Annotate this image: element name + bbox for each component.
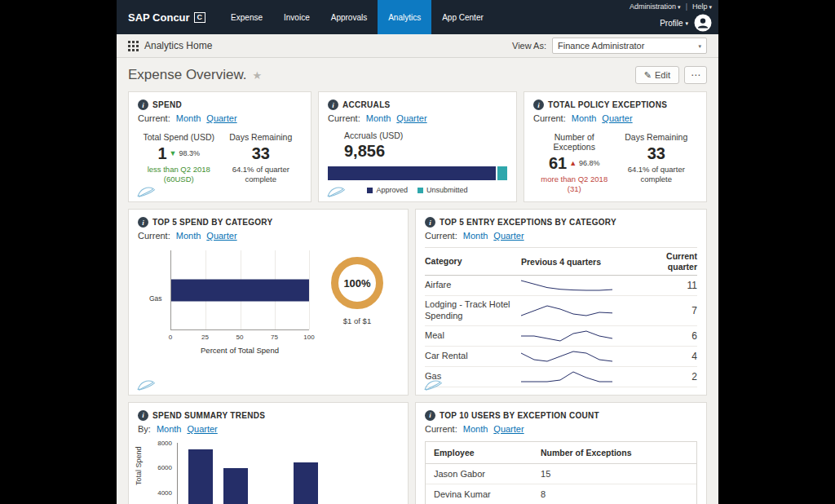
tab-app-center[interactable]: App Center: [431, 0, 494, 34]
current-label: Current:: [328, 113, 360, 123]
tick-label: 25: [201, 334, 209, 341]
quarter-toggle[interactable]: Quarter: [396, 113, 426, 123]
table-row: Gas 2: [425, 367, 697, 387]
info-icon[interactable]: i: [425, 217, 435, 228]
quarter-toggle[interactable]: Quarter: [602, 113, 632, 123]
donut-value: 100%: [343, 277, 370, 290]
period-toggle: Current:MonthQuarter: [138, 113, 302, 123]
tick-label: 8000: [157, 440, 172, 447]
column-header: Employee: [434, 448, 541, 458]
column-header: Category: [425, 256, 521, 267]
category-cell: Meal: [425, 330, 521, 342]
quarter-toggle[interactable]: Quarter: [187, 424, 217, 434]
card-title: TOP 5 ENTRY EXCEPTIONS BY CATEGORY: [440, 218, 616, 227]
info-icon[interactable]: i: [533, 99, 544, 110]
column-header: Current quarter: [655, 251, 697, 272]
tick-label: 75: [271, 334, 278, 341]
metric-label: Days Remaining: [223, 132, 299, 142]
subheader-left: Analytics Home: [128, 40, 212, 51]
brand-badge: C: [194, 12, 206, 23]
month-toggle[interactable]: Month: [157, 424, 182, 434]
info-icon[interactable]: i: [138, 410, 148, 421]
card-header: i ACCRUALS: [328, 99, 507, 110]
top5-spend-card: i TOP 5 SPEND BY CATEGORY Current:MonthQ…: [128, 209, 409, 396]
quarter-toggle[interactable]: Quarter: [493, 231, 524, 241]
employee-cell: Devina Kumar: [434, 489, 541, 499]
help-menu[interactable]: Help ▾: [692, 2, 712, 11]
info-icon[interactable]: i: [138, 217, 148, 228]
help-label: Help: [692, 2, 708, 11]
month-toggle[interactable]: Month: [463, 231, 488, 241]
legend-label: Unsubmitted: [426, 186, 468, 194]
current-label: Current:: [533, 113, 566, 123]
month-toggle[interactable]: Month: [463, 424, 488, 434]
legend-item: Unsubmitted: [418, 186, 468, 194]
table-row: Meal 6: [425, 326, 697, 347]
value-cell: 6: [655, 330, 697, 342]
month-toggle[interactable]: Month: [366, 113, 391, 123]
info-icon[interactable]: i: [328, 99, 338, 110]
sparkline: [521, 370, 612, 383]
quarter-toggle[interactable]: Quarter: [206, 113, 236, 123]
info-icon[interactable]: i: [138, 99, 148, 110]
month-toggle[interactable]: Month: [176, 113, 201, 123]
administration-label: Administration: [630, 2, 676, 11]
info-icon[interactable]: i: [425, 410, 435, 421]
chart-plot-area: [177, 443, 389, 504]
sparkline: [521, 279, 612, 292]
unsubmitted-swatch: [418, 188, 423, 193]
quarter-toggle[interactable]: Quarter: [206, 231, 236, 241]
view-as-select[interactable]: Finance Administrator ▾: [552, 38, 707, 54]
tab-expense[interactable]: Expense: [220, 0, 273, 34]
month-toggle[interactable]: Month: [176, 231, 201, 241]
current-label: Current:: [138, 231, 170, 241]
administration-menu[interactable]: Administration ▾: [630, 2, 681, 11]
tick-label: 6000: [157, 464, 172, 471]
value-cell: 2: [655, 371, 697, 382]
count-cell: 8: [541, 489, 688, 499]
card-header: i TOP 10 USERS BY EXCEPTION COUNT: [425, 410, 697, 421]
y-axis-ticks: 8000 6000 4000 2000 0: [149, 440, 172, 504]
approved-segment: [328, 166, 496, 180]
legend-label: Approved: [376, 186, 408, 194]
brand-logo[interactable]: SAP Concur C: [117, 0, 214, 34]
dashboard-main: Expense Overview. ★ ✎ Edit ⋯ i SPEND: [117, 58, 718, 504]
card-title: SPEND: [152, 100, 182, 109]
avatar-icon[interactable]: [694, 14, 712, 32]
tab-analytics[interactable]: Analytics: [378, 0, 431, 34]
view-as-value: Finance Administrator: [558, 41, 644, 51]
value-cell: 4: [655, 351, 697, 362]
spend-summary-trends-card: i SPEND SUMMARY TRENDS By:MonthQuarter T…: [128, 402, 409, 504]
table-row: Devina Kumar 8: [426, 484, 696, 504]
month-toggle[interactable]: Month: [572, 113, 597, 123]
metric-percent: 96.8%: [579, 159, 600, 167]
tab-approvals[interactable]: Approvals: [320, 0, 378, 34]
top5-exceptions-card: i TOP 5 ENTRY EXCEPTIONS BY CATEGORY Cur…: [415, 209, 707, 396]
favorite-star-icon[interactable]: ★: [253, 69, 263, 82]
donut-area: 100% $1 of $1: [316, 247, 399, 355]
sparkline: [521, 329, 612, 343]
trend-bar: [223, 468, 248, 504]
metric-note: more than Q2 2018 (31): [537, 175, 612, 194]
profile-menu[interactable]: Profile ▾: [660, 19, 688, 28]
trend-bar: [188, 449, 213, 504]
tab-invoice[interactable]: Invoice: [273, 0, 320, 34]
grid-menu-icon[interactable]: [128, 41, 139, 51]
policy-metrics: Number of Exceptions 61 ▲ 96.8% more tha…: [533, 132, 697, 194]
quarter-toggle[interactable]: Quarter: [493, 424, 524, 434]
caret-down-icon: ▾: [678, 4, 681, 10]
current-label: Current:: [138, 113, 170, 123]
exceptions-table: Category Previous 4 quarters Current qua…: [425, 247, 697, 387]
more-options-button[interactable]: ⋯: [684, 66, 707, 84]
edit-button[interactable]: ✎ Edit: [635, 66, 679, 84]
dashboard-row-2: i TOP 5 SPEND BY CATEGORY Current:MonthQ…: [128, 209, 707, 396]
sparkline: [521, 350, 612, 363]
pencil-icon: ✎: [644, 70, 652, 81]
table-row: Airfare 11: [425, 276, 697, 296]
edit-label: Edit: [655, 70, 670, 80]
days-remaining-metric: Days Remaining 33 64.1% of quarter compl…: [220, 132, 303, 184]
users-table: Employee Number of Exceptions Jason Gabo…: [425, 441, 697, 504]
dashboard-row-3: i SPEND SUMMARY TRENDS By:MonthQuarter T…: [128, 402, 707, 504]
metric-note: 64.1% of quarter complete: [619, 165, 695, 184]
metric-label: Total Spend (USD): [141, 132, 217, 142]
